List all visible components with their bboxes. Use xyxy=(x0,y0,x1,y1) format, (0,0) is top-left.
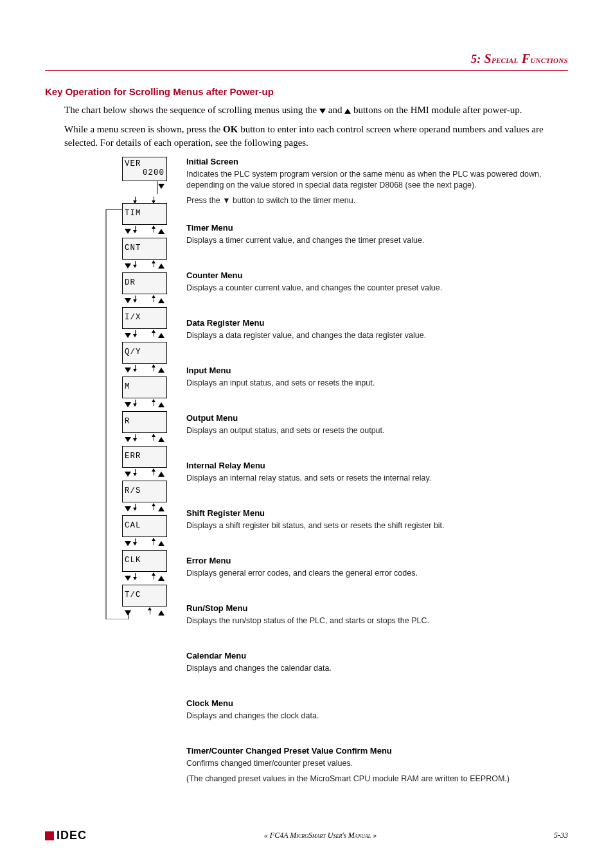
down-triangle-icon xyxy=(125,610,131,616)
arrow-up-icon xyxy=(150,608,150,614)
desc-title-tc: Timer/Counter Changed Preset Value Confi… xyxy=(186,746,568,756)
desc-title-relay: Internal Relay Menu xyxy=(186,461,568,470)
down-triangle-icon xyxy=(125,368,131,373)
logo-mark xyxy=(45,831,54,840)
arrow-down-icon xyxy=(135,538,136,545)
arrows-r-down xyxy=(122,433,167,446)
desc-relay: Internal Relay Menu Displays an internal… xyxy=(186,461,568,488)
desc-text-initial: Indicates the PLC system program version… xyxy=(186,169,568,207)
up-triangle-icon xyxy=(158,506,164,511)
up-triangle-icon xyxy=(158,610,164,616)
arrow-up-icon xyxy=(154,365,154,371)
arrow-down-icon xyxy=(135,504,136,510)
arrow-down-icon xyxy=(135,226,136,233)
screen-tim: TIM xyxy=(122,203,167,225)
arrow-up-icon xyxy=(154,538,154,545)
down-triangle-icon xyxy=(125,541,131,546)
arrow-up-icon xyxy=(154,400,154,406)
down-triangle-icon xyxy=(158,184,164,189)
arrow-down-icon xyxy=(135,261,136,267)
up-triangle-icon xyxy=(158,576,164,581)
down-triangle-icon xyxy=(319,109,326,114)
screen-initial: VER 0200 xyxy=(122,157,167,181)
intro-paragraph-1: The chart below shows the sequence of sc… xyxy=(64,103,568,116)
arrow-down-icon xyxy=(135,469,136,475)
screen-rs: R/S xyxy=(122,481,167,502)
desc-title-initial: Initial Screen xyxy=(186,157,568,166)
desc-title-datareg: Data Register Menu xyxy=(186,318,568,328)
desc-clock: Clock Menu Displays and changes the cloc… xyxy=(186,698,568,725)
arrow-down-icon xyxy=(135,197,136,203)
screen-cnt: CNT xyxy=(122,238,167,260)
chapter-number: 5: xyxy=(471,53,481,66)
footer-manual-title: « FC4A MicroSmart User's Manual » xyxy=(264,831,377,840)
menu-descriptions: Initial Screen Indicates the PLC system … xyxy=(180,157,568,798)
desc-runstop: Run/Stop Menu Displays the run/stop stat… xyxy=(186,603,568,630)
arrows-m-down xyxy=(122,398,167,411)
up-triangle-icon xyxy=(158,229,164,234)
arrow-up-icon xyxy=(154,469,154,475)
up-triangle-icon xyxy=(158,402,164,407)
up-triangle-icon xyxy=(158,333,164,338)
up-triangle-icon xyxy=(158,368,164,373)
idec-logo: IDEC xyxy=(45,829,87,842)
arrows-rs-down xyxy=(122,502,167,515)
desc-timer: Timer Menu Displays a timer current valu… xyxy=(186,223,568,250)
arrows-tim-down xyxy=(122,225,167,238)
desc-title-counter: Counter Menu xyxy=(186,270,568,280)
desc-title-input: Input Menu xyxy=(186,366,568,375)
up-triangle-icon xyxy=(158,263,164,269)
arrows-cnt-down xyxy=(122,260,167,272)
down-triangle-icon xyxy=(125,333,131,338)
desc-calendar: Calendar Menu Displays and changes the c… xyxy=(186,651,568,678)
screen-ix: I/X xyxy=(122,307,167,329)
arrows-err-down xyxy=(122,468,167,481)
desc-text-clock: Displays and changes the clock data. xyxy=(186,711,568,722)
desc-shift: Shift Register Menu Displays a shift reg… xyxy=(186,508,568,535)
screen-cal: CAL xyxy=(122,515,167,537)
arrow-up-icon xyxy=(154,573,154,580)
intro-paragraph-2: While a menu screen is shown, press the … xyxy=(64,123,568,149)
desc-text-runstop: Displays the run/stop status of the PLC,… xyxy=(186,616,568,627)
arrows-dr-down xyxy=(122,294,167,307)
desc-text-tc: Confirms changed timer/counter preset va… xyxy=(186,758,568,784)
desc-error: Error Menu Displays general error codes,… xyxy=(186,556,568,583)
page-footer: IDEC « FC4A MicroSmart User's Manual » 5… xyxy=(45,829,568,842)
desc-title-runstop: Run/Stop Menu xyxy=(186,603,568,613)
desc-initial: Initial Screen Indicates the PLC system … xyxy=(186,157,568,207)
arrow-down-icon xyxy=(135,330,136,337)
screen-clk: CLK xyxy=(122,550,167,572)
chapter-header: 5: Special Functions xyxy=(45,51,568,66)
screen-err: ERR xyxy=(122,446,167,468)
screen-qy: Q/Y xyxy=(122,342,167,364)
down-triangle-icon xyxy=(125,437,131,442)
down-triangle-icon xyxy=(125,298,131,303)
desc-counter: Counter Menu Displays a counter current … xyxy=(186,270,568,297)
arrows-ix-down xyxy=(122,329,167,342)
arrow-down-icon xyxy=(135,434,136,441)
desc-title-output: Output Menu xyxy=(186,413,568,423)
screen-m: M xyxy=(122,376,167,398)
arrows-qy-down xyxy=(122,364,167,376)
menu-flow-diagram: VER 0200 TIM CNT DR I/X xyxy=(45,157,180,619)
desc-datareg: Data Register Menu Displays a data regis… xyxy=(186,318,568,345)
arrow-up-icon xyxy=(154,504,154,510)
down-triangle-icon xyxy=(125,229,131,234)
arrows-clk-down xyxy=(122,572,167,585)
arrow-initial-down xyxy=(122,181,167,194)
desc-title-shift: Shift Register Menu xyxy=(186,508,568,518)
up-triangle-icon xyxy=(158,437,164,442)
desc-text-shift: Displays a shift register bit status, an… xyxy=(186,520,568,532)
chapter-title: Special Functions xyxy=(484,53,568,66)
arrow-up-icon xyxy=(154,261,154,267)
desc-text-output: Displays an output status, and sets or r… xyxy=(186,425,568,437)
desc-input: Input Menu Displays an input status, and… xyxy=(186,366,568,393)
screen-dr: DR xyxy=(122,272,167,294)
desc-text-input: Displays an input status, and sets or re… xyxy=(186,378,568,389)
arrow-up-icon xyxy=(154,296,154,302)
desc-title-calendar: Calendar Menu xyxy=(186,651,568,660)
desc-text-error: Displays general error codes, and clears… xyxy=(186,568,568,580)
up-triangle-icon xyxy=(158,541,164,546)
down-triangle-icon xyxy=(125,402,131,407)
connector-into-tim xyxy=(122,194,167,203)
